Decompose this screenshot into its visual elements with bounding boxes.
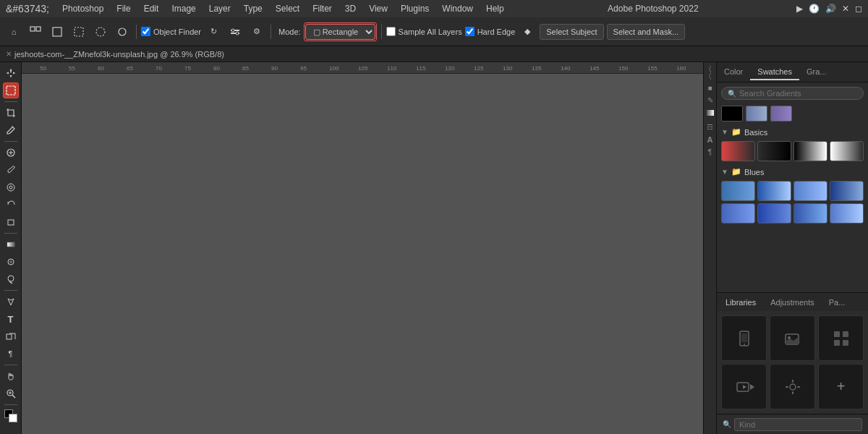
menu-edit[interactable]: Edit (138, 2, 165, 15)
menu-window[interactable]: Window (436, 2, 479, 15)
basics-grad-4[interactable] (830, 141, 864, 161)
panel-toggle-icon[interactable]: 〈〈 (706, 65, 715, 80)
blues-grad-8[interactable] (830, 203, 864, 224)
select-mask-button[interactable]: Select and Mask... (607, 24, 686, 40)
crop-tool[interactable] (3, 105, 19, 121)
play-icon[interactable]: ▶ (796, 4, 803, 14)
lib-item-phone[interactable] (721, 315, 767, 361)
gradient-tool[interactable] (3, 237, 19, 252)
menu-image[interactable]: Image (166, 2, 201, 15)
speaker-icon[interactable]: 🔊 (825, 4, 836, 14)
swatch-blue-gray[interactable] (746, 106, 767, 122)
menu-filter[interactable]: Filter (307, 2, 338, 15)
hard-edge-checkbox[interactable] (465, 27, 475, 36)
gradient-search-input[interactable] (739, 89, 857, 98)
tab-adjustments[interactable]: Adjustments (766, 297, 819, 308)
resize-icon[interactable]: ◻ (855, 4, 862, 14)
hand-tool[interactable] (3, 368, 19, 384)
text-tool[interactable]: T (3, 311, 19, 327)
text-panel-icon[interactable]: A (707, 135, 713, 144)
basics-grad-1[interactable] (721, 141, 755, 161)
kind-search-input[interactable] (734, 418, 862, 431)
menu-file[interactable]: File (111, 2, 136, 15)
swatch-black[interactable] (721, 106, 743, 122)
lasso-tool[interactable] (91, 22, 110, 41)
shape-tool[interactable] (3, 328, 19, 344)
extra-tool[interactable]: ⚙ (247, 22, 266, 41)
settings-tool[interactable] (226, 22, 244, 41)
brush-tool[interactable] (3, 162, 19, 178)
lib-item-grid[interactable] (818, 315, 864, 361)
dodge-tool[interactable] (3, 271, 19, 287)
marquee-tool[interactable] (69, 22, 88, 41)
clone-tool[interactable] (3, 179, 19, 195)
history-brush[interactable] (3, 197, 19, 213)
tab-color[interactable]: Color (717, 64, 750, 80)
swatch-purple[interactable] (770, 106, 792, 122)
color-swatches[interactable] (4, 409, 17, 422)
apple-menu[interactable]: &#63743; (6, 3, 49, 14)
basics-section-header: ▼ 📁 Basics (721, 127, 864, 137)
select-tool-options[interactable] (26, 22, 45, 41)
lib-item-video[interactable] (721, 364, 767, 409)
separator-1 (136, 25, 137, 39)
basics-grad-3[interactable] (793, 141, 827, 161)
blues-grad-2[interactable] (757, 181, 791, 201)
eyedropper-tool[interactable] (3, 122, 19, 138)
tab-swatches[interactable]: Swatches (750, 64, 799, 80)
extra-mode-btn[interactable]: ◆ (518, 22, 537, 41)
lib-item-settings[interactable] (770, 364, 815, 409)
mode-dropdown[interactable]: ▢ Rectangle Ellipse Lasso (305, 24, 375, 40)
blues-grad-4[interactable] (830, 181, 864, 201)
menu-view[interactable]: View (363, 2, 393, 15)
svg-rect-1 (36, 27, 41, 31)
refresh-btn[interactable]: ↻ (204, 22, 223, 41)
healing-tool[interactable] (3, 145, 19, 161)
tab-properties[interactable]: Pa... (825, 297, 850, 308)
svg-marker-52 (743, 385, 746, 389)
sample-all-layers-label: Sample All Layers (399, 27, 462, 36)
libraries-grid: + (721, 315, 864, 409)
menu-help[interactable]: Help (480, 2, 510, 15)
tab-libraries[interactable]: Libraries (721, 297, 760, 308)
select-subject-button[interactable]: Select Subject (540, 24, 603, 40)
menu-type[interactable]: Type (238, 2, 268, 15)
home-button[interactable]: ⌂ (4, 22, 23, 41)
menu-layer[interactable]: Layer (203, 2, 237, 15)
menu-plugins[interactable]: Plugins (395, 2, 435, 15)
brush-panel-icon[interactable]: ✎ (707, 96, 713, 104)
select-tool-active[interactable] (3, 82, 19, 98)
paragraph-tool[interactable]: ¶ (3, 346, 19, 362)
lib-item-add[interactable]: + (818, 364, 864, 409)
blues-grad-6[interactable] (757, 203, 791, 224)
eraser-tool[interactable] (3, 214, 19, 230)
close-icon[interactable]: ✕ (842, 4, 849, 14)
rect-tool[interactable] (48, 22, 67, 41)
basics-grad-2[interactable] (757, 141, 791, 161)
gradient-panel-icon[interactable] (706, 109, 715, 119)
menu-photoshop[interactable]: Photoshop (56, 2, 109, 15)
layers-panel-icon[interactable]: ☶ (707, 123, 713, 131)
lib-item-image[interactable] (770, 315, 815, 361)
blues-grad-3[interactable] (793, 181, 827, 201)
sample-all-layers-group: Sample All Layers (386, 27, 462, 36)
tab-gradients[interactable]: Gra... (799, 64, 834, 80)
clock-icon[interactable]: 🕐 (809, 4, 820, 14)
blues-grad-5[interactable] (721, 203, 755, 224)
object-finder-checkbox[interactable] (141, 27, 150, 36)
menu-select[interactable]: Select (270, 2, 305, 15)
paragraph-panel-icon[interactable]: ¶ (708, 148, 712, 156)
magic-wand-tool[interactable] (113, 22, 132, 41)
tab-close-icon[interactable]: ✕ (6, 50, 12, 58)
menu-3d[interactable]: 3D (339, 2, 362, 15)
blues-arrow-icon[interactable]: ▼ (721, 168, 728, 176)
pen-tool[interactable] (3, 294, 19, 310)
blur-tool[interactable] (3, 254, 19, 270)
basics-arrow-icon[interactable]: ▼ (721, 128, 728, 136)
blues-grad-1[interactable] (721, 181, 755, 201)
sample-all-layers-checkbox[interactable] (386, 27, 396, 36)
color-panel-icon[interactable]: ■ (707, 84, 712, 92)
move-tool[interactable] (3, 65, 19, 81)
zoom-tool[interactable] (3, 386, 19, 401)
blues-grad-7[interactable] (793, 203, 827, 224)
